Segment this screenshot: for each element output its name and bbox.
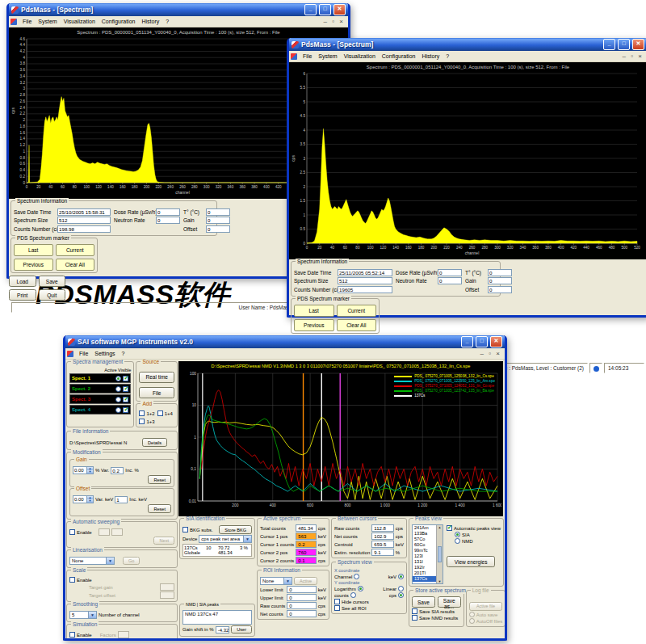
spectrum-row-1[interactable]: Spect. 1 (69, 373, 131, 383)
visible-checkbox[interactable] (123, 397, 128, 402)
save-button[interactable]: Save (412, 596, 435, 608)
device-select[interactable]: cps peak net area▼ (199, 535, 252, 543)
roi-select[interactable]: None▼ (260, 577, 292, 585)
print-button[interactable]: Print (9, 289, 36, 301)
maximize-button[interactable]: □ (618, 39, 630, 50)
previous-button[interactable]: Previous (294, 319, 334, 331)
gain-field[interactable] (488, 277, 512, 284)
active-radio[interactable] (115, 407, 121, 413)
offset-reset-button[interactable]: Reset (148, 504, 171, 513)
menu-file[interactable]: File (300, 53, 315, 60)
active-radio[interactable] (115, 397, 121, 402)
scale-enable-checkbox[interactable] (69, 577, 75, 583)
1-4-checkbox[interactable] (157, 410, 163, 416)
logarithm-radio[interactable] (358, 586, 363, 591)
1-2-checkbox[interactable] (139, 410, 145, 416)
menu-item[interactable]: ? (162, 18, 172, 25)
active-radio[interactable] (115, 386, 121, 392)
minimize-button[interactable]: _ (603, 39, 615, 50)
spectrum-row-4[interactable]: Spect. 4 (69, 405, 131, 415)
last-button[interactable]: Last (294, 305, 334, 317)
minimize-button[interactable]: _ (461, 336, 473, 347)
user-button[interactable]: User (231, 625, 252, 633)
menu-history[interactable]: History (418, 53, 443, 60)
dose-rate-sv-h-field[interactable] (156, 208, 180, 216)
sweeping-enable-checkbox[interactable] (69, 529, 75, 535)
file-button[interactable]: File (139, 387, 174, 398)
hide-cursors-checkbox[interactable] (334, 599, 340, 604)
view-energies-button[interactable]: View energies (447, 556, 495, 567)
gain-field[interactable] (206, 217, 230, 224)
current-button[interactable]: Current (337, 305, 377, 317)
listbox-scrollbar[interactable]: ▲▼ (436, 525, 443, 583)
t-c-field[interactable] (488, 269, 512, 276)
active-radio[interactable] (115, 376, 121, 381)
close-button[interactable]: ✕ (632, 39, 644, 50)
visible-checkbox[interactable] (123, 386, 128, 392)
spectrum-size-field[interactable] (338, 277, 392, 284)
quit-button[interactable]: Quit (39, 289, 66, 301)
visible-checkbox[interactable] (123, 407, 128, 413)
menu-history[interactable]: History (138, 18, 162, 25)
save-as-button[interactable]: Save as... (438, 596, 461, 608)
spectrum-row-3[interactable]: Spect. 3 (69, 394, 131, 404)
peaks-listbox[interactable]: 241Am133Ba57Co60Co99mTc123I131I192Ir201T… (412, 524, 443, 584)
linearisation-select[interactable]: None▼ (69, 557, 115, 565)
gain-spinner[interactable]: 0.00▲▼ (73, 466, 94, 474)
maximize-button[interactable]: □ (319, 4, 331, 15)
menu-visualization[interactable]: Visualization (341, 53, 379, 60)
maximize-button[interactable]: □ (476, 336, 488, 347)
offset-spinner[interactable]: 0.00▲▼ (73, 495, 94, 503)
spectrum-size-field[interactable] (57, 217, 111, 224)
menu-configuration[interactable]: Configuration (379, 53, 419, 60)
linear-radio[interactable] (398, 586, 404, 591)
offset-inc-input[interactable] (115, 496, 128, 503)
see-all-roi-checkbox[interactable] (334, 605, 340, 611)
cps-radio[interactable] (398, 592, 404, 598)
neutron-rate-field[interactable] (438, 277, 462, 284)
last-button[interactable]: Last (14, 244, 53, 256)
menu-item[interactable]: ? (443, 53, 452, 60)
load-button[interactable]: Load (9, 276, 36, 287)
t-c-field[interactable] (206, 208, 230, 216)
dose-rate-sv-h-field[interactable] (438, 269, 462, 276)
save-date-time-field[interactable] (338, 269, 392, 276)
1-3-checkbox[interactable] (139, 419, 145, 424)
menu-settings[interactable]: Settings (91, 350, 118, 357)
gain-reset-button[interactable]: Reset (148, 475, 171, 484)
automatic-peaks-view-checkbox[interactable] (447, 525, 452, 531)
nmd-radio[interactable] (455, 538, 460, 544)
offset-field[interactable] (206, 225, 230, 233)
window3-titlebar[interactable]: SAI software MGP Instruments v2.0 _ □ ✕ (65, 335, 505, 348)
smoothing-select[interactable]: 5▼ (69, 611, 97, 619)
clear-all-button[interactable]: Clear All (56, 259, 95, 271)
visible-checkbox[interactable] (123, 376, 128, 381)
spectrum-row-2[interactable]: Spect. 2 (69, 384, 131, 394)
menu-system[interactable]: System (35, 18, 60, 25)
counts-number-c-s-field[interactable] (57, 225, 111, 233)
details-button[interactable]: Details (142, 438, 167, 447)
store-bkg-button[interactable]: Store BKG (219, 525, 252, 534)
mdi-child-controls[interactable]: – ▫ × (480, 350, 503, 357)
close-button[interactable]: ✕ (333, 4, 346, 15)
counts-radio[interactable] (350, 592, 356, 598)
sia-radio[interactable] (455, 532, 460, 537)
mdi-child-controls[interactable]: – ▫ × (324, 18, 346, 25)
tab-sia-peaks[interactable]: SIA peaks (199, 602, 219, 607)
gain-inc-input[interactable] (111, 467, 124, 474)
previous-button[interactable]: Previous (14, 259, 53, 271)
current-button[interactable]: Current (56, 244, 95, 256)
menu-configuration[interactable]: Configuration (99, 18, 139, 25)
menu-item[interactable]: ? (119, 350, 128, 357)
bkg-subs-checkbox[interactable] (182, 527, 188, 532)
save-sia-results-checkbox[interactable] (412, 608, 417, 614)
save-date-time-field[interactable] (57, 208, 111, 216)
menu-system[interactable]: System (315, 53, 340, 60)
kev-radio[interactable] (398, 574, 404, 579)
neutron-rate-field[interactable] (156, 217, 180, 224)
channel-radio[interactable] (354, 574, 359, 579)
minimize-button[interactable]: _ (304, 4, 317, 15)
menu-visualization[interactable]: Visualization (61, 18, 99, 25)
simulation-enable-checkbox[interactable] (69, 632, 75, 638)
mdi-child-controls[interactable]: – ▫ × (623, 53, 645, 60)
